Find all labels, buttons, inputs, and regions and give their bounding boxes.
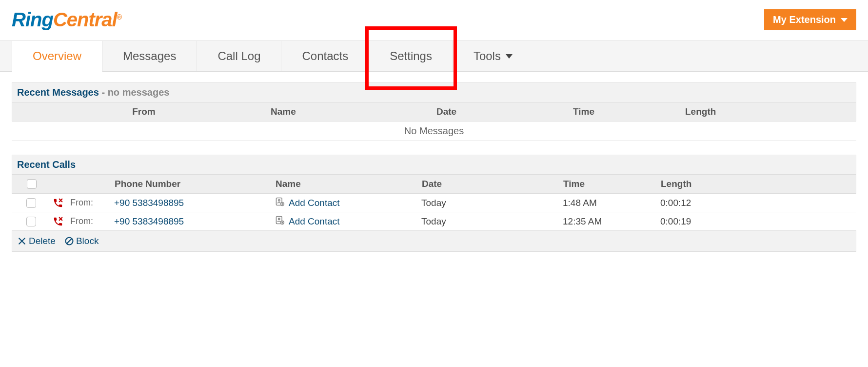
svg-point-4 xyxy=(278,218,280,220)
my-extension-button[interactable]: My Extension xyxy=(764,9,856,30)
recent-messages-section: Recent Messages - no messages From Name … xyxy=(12,82,856,141)
logo-text-central: Central xyxy=(53,9,117,30)
add-contact-icon xyxy=(275,197,285,209)
logo-registered: ® xyxy=(117,13,121,21)
select-all-checkbox[interactable] xyxy=(27,179,37,189)
col-time: Time xyxy=(563,179,661,189)
tab-contacts-label: Contacts xyxy=(302,49,348,63)
add-contact-button[interactable]: Add Contact xyxy=(275,197,421,209)
col-length: Length xyxy=(685,106,758,117)
call-row: From: +90 5383498895 Add Contact Today 1… xyxy=(12,194,856,212)
tab-overview-label: Overview xyxy=(33,49,81,63)
col-date: Date xyxy=(422,179,563,189)
row-checkbox[interactable] xyxy=(26,198,36,208)
tab-settings-label: Settings xyxy=(390,49,432,63)
add-contact-label: Add Contact xyxy=(289,198,340,208)
col-length: Length xyxy=(661,179,734,189)
tab-tools[interactable]: Tools xyxy=(453,41,533,71)
tab-messages-label: Messages xyxy=(123,49,176,63)
nav-tabs: Overview Messages Call Log Contacts Sett… xyxy=(0,41,868,72)
logo-text-ring: Ring xyxy=(12,9,53,30)
add-contact-icon xyxy=(275,215,285,227)
call-date: Today xyxy=(421,198,563,208)
close-icon xyxy=(17,236,27,246)
call-time: 1:48 AM xyxy=(563,198,660,208)
col-time: Time xyxy=(573,106,685,117)
tab-messages[interactable]: Messages xyxy=(102,41,197,71)
caret-down-icon xyxy=(506,54,513,59)
delete-button[interactable]: Delete xyxy=(17,236,56,246)
recent-calls-section: Recent Calls Phone Number Name Date Time… xyxy=(12,155,856,252)
tab-call-log-label: Call Log xyxy=(217,49,260,63)
tab-call-log[interactable]: Call Log xyxy=(197,41,281,71)
recent-calls-header: Recent Calls xyxy=(12,155,856,175)
svg-point-1 xyxy=(278,200,280,201)
call-date: Today xyxy=(421,216,563,227)
recent-messages-title: Recent Messages xyxy=(17,87,99,98)
col-name: Name xyxy=(271,106,436,117)
missed-call-icon xyxy=(53,216,63,227)
logo: RingCentral® xyxy=(12,9,121,31)
block-label: Block xyxy=(76,236,99,246)
call-time: 12:35 AM xyxy=(563,216,660,227)
call-length: 0:00:19 xyxy=(660,216,733,227)
delete-label: Delete xyxy=(29,236,56,246)
call-row: From: +90 5383498895 Add Contact Today 1… xyxy=(12,212,856,231)
recent-calls-title: Recent Calls xyxy=(17,159,76,170)
block-button[interactable]: Block xyxy=(64,236,99,246)
col-checkbox xyxy=(17,179,46,189)
col-name: Name xyxy=(276,179,422,189)
no-messages-text: No Messages xyxy=(12,122,856,141)
recent-messages-header: Recent Messages - no messages xyxy=(12,82,856,102)
phone-number-link[interactable]: +90 5383498895 xyxy=(114,216,184,226)
tab-contacts[interactable]: Contacts xyxy=(281,41,369,71)
add-contact-button[interactable]: Add Contact xyxy=(275,215,421,227)
tab-settings[interactable]: Settings xyxy=(369,41,453,71)
col-from: From xyxy=(17,106,271,117)
missed-call-icon xyxy=(53,198,63,208)
caret-down-icon xyxy=(841,18,848,22)
my-extension-label: My Extension xyxy=(773,14,836,25)
from-label: From: xyxy=(70,198,114,208)
recent-messages-subtitle: - no messages xyxy=(99,87,170,98)
call-length: 0:00:12 xyxy=(660,198,733,208)
from-label: From: xyxy=(70,216,114,226)
block-icon xyxy=(64,236,74,246)
tab-tools-label: Tools xyxy=(473,49,501,63)
phone-number-link[interactable]: +90 5383498895 xyxy=(114,198,184,208)
col-date: Date xyxy=(436,106,573,117)
recent-calls-columns: Phone Number Name Date Time Length xyxy=(12,175,856,194)
recent-messages-columns: From Name Date Time Length xyxy=(12,102,856,122)
row-checkbox[interactable] xyxy=(26,217,36,226)
row-actions: Delete Block xyxy=(12,231,856,252)
tab-overview[interactable]: Overview xyxy=(12,41,102,72)
col-phone: Phone Number xyxy=(115,179,276,189)
add-contact-label: Add Contact xyxy=(289,216,340,227)
